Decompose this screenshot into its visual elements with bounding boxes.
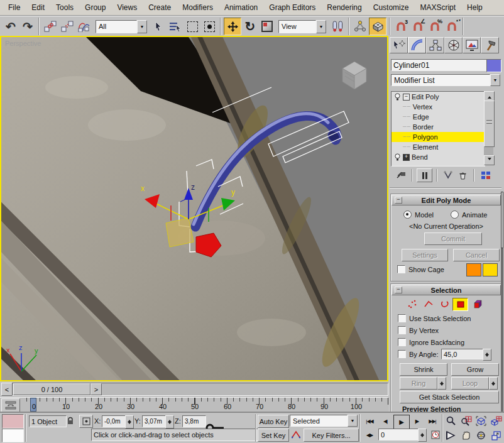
redo-button[interactable]: ↷ (19, 18, 36, 35)
radio-icon[interactable] (403, 211, 412, 219)
select-and-manipulate-button[interactable] (352, 18, 368, 35)
key-mode-dropdown[interactable]: Selected ▼ (290, 415, 358, 427)
unlink-button[interactable] (59, 18, 75, 35)
scroll-thumb[interactable] (484, 101, 495, 147)
loop-spinner[interactable] (489, 377, 498, 390)
use-stack-selection-checkbox[interactable]: Use Stack Selection (398, 314, 471, 322)
select-object-button[interactable] (150, 18, 167, 35)
animate-radio[interactable]: Animate (451, 211, 487, 219)
menu-graph-editors[interactable]: Graph Editors (263, 1, 321, 14)
dropdown-arrow-icon[interactable]: ▼ (316, 20, 326, 33)
min-max-toggle-button[interactable] (489, 429, 503, 442)
menu-customize[interactable]: Customize (368, 1, 415, 14)
pan-button[interactable] (459, 429, 473, 442)
selection-header[interactable]: − Selection (392, 285, 501, 295)
current-frame-field[interactable]: 0 (378, 429, 422, 440)
stack-item-vertex[interactable]: ┈┈Vertex (392, 102, 485, 112)
radio-icon[interactable] (451, 211, 459, 219)
angle-snap-button[interactable]: ∠ (410, 18, 426, 35)
bind-to-space-warp-button[interactable] (76, 18, 92, 35)
object-color-swatch[interactable] (486, 59, 501, 72)
menu-views[interactable]: Views (111, 1, 143, 14)
ignore-backfacing-checkbox[interactable]: Ignore Backfacing (398, 338, 464, 346)
zoom-button[interactable] (444, 414, 458, 427)
menu-group[interactable]: Group (79, 1, 111, 14)
dropdown-arrow-icon[interactable]: ▼ (490, 74, 500, 86)
show-cage-checkbox[interactable]: Show Cage (397, 265, 444, 273)
select-and-scale-button[interactable] (259, 18, 275, 35)
stack-item-border[interactable]: ┈┈Border (392, 122, 485, 132)
spinner-snap-button[interactable]: ▲▼ (444, 18, 460, 35)
absolute-offset-toggle[interactable] (79, 415, 93, 428)
play-button[interactable]: ▶ (393, 415, 410, 429)
collapse-icon[interactable]: − (403, 94, 410, 101)
dropdown-arrow-icon[interactable]: ▼ (348, 415, 358, 427)
get-stack-selection-button[interactable]: Get Stack Selection (400, 391, 499, 403)
show-end-result-button[interactable] (417, 168, 432, 182)
border-subobject-button[interactable] (437, 298, 452, 310)
cancel-button[interactable]: Cancel (453, 249, 500, 261)
selection-filter-dropdown[interactable]: All ▼ (96, 20, 147, 33)
key-mode-toggle-button[interactable]: ◀▶ (362, 429, 377, 442)
stack-item-bend[interactable]: + Bend (392, 152, 485, 162)
perspective-viewport[interactable]: x y z x z y Perspective (0, 36, 388, 381)
element-subobject-button[interactable] (470, 298, 485, 310)
percent-snap-button[interactable]: % (427, 18, 443, 35)
time-slider-prev-button[interactable]: < (1, 383, 13, 396)
by-angle-checkbox[interactable]: By Angle: (398, 350, 438, 358)
menu-file[interactable]: File (3, 1, 26, 14)
menu-modifiers[interactable]: Modifiers (177, 1, 219, 14)
tab-motion[interactable] (444, 37, 463, 53)
listener-script-line[interactable] (2, 429, 24, 442)
field-of-view-button[interactable] (444, 429, 458, 442)
commit-button[interactable]: Commit (424, 232, 482, 245)
go-to-end-button[interactable]: ▶▶| (425, 415, 440, 428)
viewport-label[interactable]: Perspective (5, 40, 41, 47)
tab-create[interactable] (390, 37, 408, 53)
object-name-field[interactable]: Cylinder01 (391, 59, 488, 71)
checkbox-icon[interactable] (398, 314, 406, 322)
scroll-up-button[interactable] (484, 91, 495, 101)
checkbox-icon[interactable] (398, 350, 406, 358)
select-by-name-button[interactable] (167, 18, 184, 35)
set-key-button[interactable]: Set Key (258, 429, 289, 442)
time-slider-next-button[interactable]: > (90, 383, 102, 395)
arc-rotate-button[interactable] (474, 429, 488, 442)
ring-button[interactable]: Ring (400, 377, 437, 390)
x-coord-spinner[interactable] (125, 415, 134, 429)
time-slider-button[interactable]: 0 / 100 (13, 383, 90, 395)
listener-macro-line[interactable] (2, 414, 24, 429)
selection-lock-toggle[interactable] (64, 415, 76, 427)
ring-spinner[interactable] (437, 377, 446, 390)
menu-create[interactable]: Create (143, 1, 177, 14)
collapse-rollout-icon[interactable]: − (395, 197, 402, 204)
menu-tools[interactable]: Tools (50, 1, 79, 14)
keyboard-override-toggle-button[interactable] (369, 18, 386, 35)
tab-display[interactable] (463, 37, 481, 53)
pin-stack-button[interactable] (395, 169, 408, 182)
cage-selected-color-swatch[interactable] (483, 263, 498, 276)
stack-item-edit-poly[interactable]: − Edit Poly (392, 92, 485, 102)
select-and-rotate-button[interactable]: ↻ (242, 18, 258, 35)
next-frame-button[interactable]: |▶ (409, 415, 424, 428)
make-unique-button[interactable] (441, 169, 454, 182)
tab-modify[interactable] (408, 37, 426, 53)
panel-scrollbar[interactable] (501, 192, 503, 412)
stack-item-polygon[interactable]: ┈┈Polygon (392, 132, 485, 142)
expand-icon[interactable]: + (403, 154, 410, 161)
edge-subobject-button[interactable] (421, 298, 436, 310)
remove-modifier-button[interactable] (456, 169, 469, 182)
go-to-start-button[interactable]: |◀◀ (362, 415, 377, 428)
zoom-extents-all-button[interactable] (489, 414, 503, 427)
menu-edit[interactable]: Edit (26, 1, 50, 14)
undo-button[interactable]: ↶ (3, 18, 19, 35)
model-radio[interactable]: Model (403, 211, 434, 219)
vertex-subobject-button[interactable] (405, 298, 419, 310)
tab-hierarchy[interactable] (426, 37, 444, 53)
frame-spinner[interactable] (418, 429, 427, 442)
checkbox-icon[interactable] (398, 326, 406, 334)
checkbox-icon[interactable] (397, 265, 405, 273)
by-angle-spinner[interactable] (483, 349, 491, 361)
zoom-all-button[interactable] (459, 414, 473, 427)
dropdown-arrow-icon[interactable]: ▼ (137, 20, 147, 33)
